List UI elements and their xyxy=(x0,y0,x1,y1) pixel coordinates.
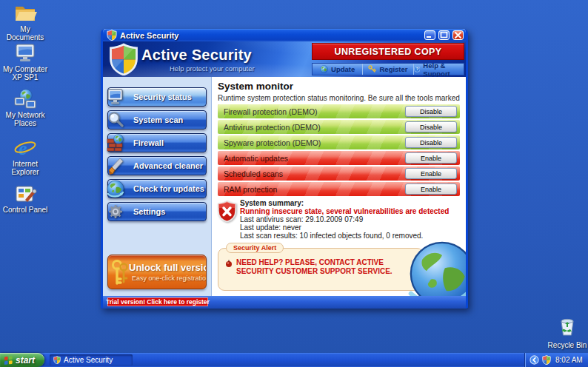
summary-title: System summary: xyxy=(240,199,458,207)
system-summary: System summary: Running insecure state, … xyxy=(240,199,458,240)
keys-icon xyxy=(110,258,130,288)
summary-status-line: Running insecure state, several vulnerab… xyxy=(240,207,458,215)
app-name: Active Security xyxy=(141,47,252,64)
tab-help-support[interactable]: ? Help & Support xyxy=(413,64,464,75)
desktop-icon-label: Control Panel xyxy=(1,206,49,214)
desktop-icon-recycle-bin[interactable]: Recycle Bin xyxy=(547,316,588,349)
app-logo-shield-icon xyxy=(109,43,138,75)
security-alert-box: Security Alert NEED HELP? PLEASE, CONTAC… xyxy=(218,248,424,291)
taskbar-task-active-security[interactable]: Active Security xyxy=(50,354,133,366)
unregistered-copy-banner: UNREGISTERED COPY xyxy=(312,43,464,60)
my-network-places-icon xyxy=(13,89,37,110)
app-header: Active Security Help protect your comput… xyxy=(103,41,466,77)
header-tab-bar: Update Register ? Help & Support xyxy=(312,63,464,75)
page-title: System monitor xyxy=(218,81,293,92)
globe-decoration xyxy=(408,240,466,296)
trial-notice-label: Trial version! Click here to register xyxy=(106,298,210,306)
tab-update[interactable]: Update xyxy=(313,64,362,75)
sidebar-item-label: Settings xyxy=(133,207,165,216)
desktop-icon-label: My Documents xyxy=(1,25,49,41)
trial-version-notice[interactable]: Trial version! Click here to register xyxy=(107,297,208,306)
firewall-icon xyxy=(106,133,125,152)
desktop-icon-label: My Network Places xyxy=(1,111,49,127)
status-row-scheduled-scans: Scheduled scans Enable xyxy=(218,166,460,181)
disable-firewall-button[interactable]: Disable xyxy=(405,106,457,117)
status-row-label: Spyware protection (DEMO) xyxy=(224,138,321,147)
enable-scans-button[interactable]: Enable xyxy=(405,168,457,179)
sidebar-item-system-scan[interactable]: System scan xyxy=(107,110,207,129)
svg-text:e: e xyxy=(19,138,27,158)
sidebar-item-label: Firewall xyxy=(133,138,164,147)
close-button[interactable] xyxy=(452,30,464,40)
enable-ram-button[interactable]: Enable xyxy=(405,184,457,195)
taskbar-clock[interactable]: 8:02 AM xyxy=(555,356,583,364)
my-computer-icon xyxy=(13,43,37,64)
window-title: Active Security xyxy=(120,31,421,40)
desktop: My Documents My Computer XP SP1 My Netwo… xyxy=(0,0,588,367)
window-titlebar[interactable]: Active Security xyxy=(103,29,466,41)
status-row-automatic-updates: Automatic updates Enable xyxy=(218,151,460,165)
sidebar-item-advanced-cleaner[interactable]: Advanced cleaner xyxy=(107,156,207,175)
help-icon: ? xyxy=(414,65,421,73)
summary-last-scan: Last antivirus scan: 29.10.2009 07:49 xyxy=(240,215,458,223)
status-row-spyware-protection: Spyware protection (DEMO) Disable xyxy=(218,135,460,149)
tab-label: Update xyxy=(331,65,355,73)
sidebar-item-settings[interactable]: Settings xyxy=(107,202,207,221)
tab-register[interactable]: Register xyxy=(362,64,412,75)
sidebar-item-label: System scan xyxy=(133,115,183,124)
desktop-icon-my-documents[interactable]: My Documents xyxy=(1,3,49,41)
tab-label: Help & Support xyxy=(423,61,464,78)
status-row-label: RAM protection xyxy=(224,185,277,194)
system-tray: 8:02 AM xyxy=(524,353,588,367)
recycle-bin-icon xyxy=(556,316,578,337)
maximize-button[interactable] xyxy=(438,30,450,40)
desktop-icon-label: Internet Explorer xyxy=(1,160,49,176)
task-label: Active Security xyxy=(64,356,113,364)
active-security-window: Active Security Active Security Help pro… xyxy=(101,29,468,309)
disable-antivirus-button[interactable]: Disable xyxy=(405,121,457,132)
status-row-ram-protection: RAM protection Enable xyxy=(218,182,460,196)
advanced-cleaner-icon xyxy=(106,156,125,175)
status-row-label: Antivirus protection (DEMO) xyxy=(224,123,321,132)
status-row-antivirus-protection: Antivirus protection (DEMO) Disable xyxy=(218,120,460,134)
tab-label: Register xyxy=(379,65,407,73)
app-tagline: Help protect your computer xyxy=(170,64,255,73)
tray-shield-icon[interactable] xyxy=(542,355,551,365)
my-documents-icon xyxy=(13,3,37,24)
sidebar-item-security-status[interactable]: Security status xyxy=(107,87,207,107)
start-button-label: start xyxy=(16,355,35,366)
desktop-icon-my-computer[interactable]: My Computer XP SP1 xyxy=(1,43,49,81)
desktop-icon-internet-explorer[interactable]: e Internet Explorer xyxy=(1,138,49,176)
security-status-icon xyxy=(106,87,125,107)
sidebar-item-check-for-updates[interactable]: Check for updates xyxy=(107,179,207,198)
desktop-icon-my-network-places[interactable]: My Network Places xyxy=(1,89,49,127)
main-content: System monitor Runtime system protection… xyxy=(212,77,466,296)
start-button[interactable]: start xyxy=(0,353,44,367)
status-row-label: Scheduled scans xyxy=(224,169,283,178)
control-panel-icon xyxy=(13,184,37,204)
enable-updates-button[interactable]: Enable xyxy=(405,152,457,164)
windows-flag-icon xyxy=(4,355,13,365)
desktop-icon-label: My Computer XP SP1 xyxy=(1,65,49,81)
app-shield-icon xyxy=(107,30,117,41)
internet-explorer-icon: e xyxy=(13,138,37,158)
desktop-icon-label: Recycle Bin xyxy=(547,341,588,349)
system-scan-icon xyxy=(106,110,125,129)
task-shield-icon xyxy=(53,356,61,364)
hide-tray-icons-button[interactable] xyxy=(529,355,539,365)
desktop-icon-control-panel[interactable]: Control Panel xyxy=(1,184,49,214)
sidebar-item-label: Check for updates xyxy=(133,184,204,193)
window-status-bar: Trial version! Click here to register xyxy=(103,296,466,309)
unregistered-copy-label: UNREGISTERED COPY xyxy=(334,47,441,57)
status-row-label: Automatic updates xyxy=(224,154,288,163)
minimize-button[interactable] xyxy=(424,30,435,40)
sidebar-item-firewall[interactable]: Firewall xyxy=(107,133,207,152)
disable-spyware-button[interactable]: Disable xyxy=(405,137,457,148)
sidebar-item-label: Security status xyxy=(133,92,192,101)
unlock-full-version-banner[interactable]: Unlock full version! Easy one-click regi… xyxy=(107,255,207,289)
status-row-label: Firewall protection (DEMO) xyxy=(224,107,318,116)
sidebar-item-label: Advanced cleaner xyxy=(133,161,203,170)
unlock-title: Unlock full version! xyxy=(129,262,207,273)
register-key-icon xyxy=(368,65,376,73)
summary-scan-results: Last scan results: 10 infected objects f… xyxy=(240,232,458,240)
